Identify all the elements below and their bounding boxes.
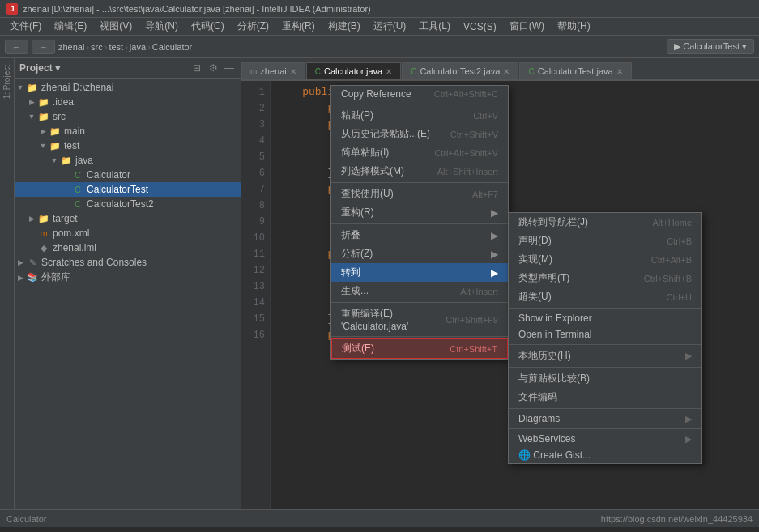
tab-close-icon[interactable]: ✕ xyxy=(386,67,392,76)
tab-icon: m xyxy=(250,67,257,76)
java-file-icon: C xyxy=(71,183,84,196)
menu-item[interactable]: 帮助(H) xyxy=(551,18,597,35)
menu-item[interactable]: 工具(L) xyxy=(412,18,457,35)
tree-row[interactable]: ▶ 📁 .idea xyxy=(15,95,241,109)
ctx-separator xyxy=(331,182,508,183)
back-button[interactable]: ← xyxy=(5,40,28,54)
menu-item[interactable]: 运行(U) xyxy=(367,18,413,35)
tab-close-icon[interactable]: ✕ xyxy=(616,67,623,76)
tree-item-label: zhenai.iml xyxy=(53,242,96,253)
ctx-label: 粘贴(P) xyxy=(341,109,373,122)
menu-item[interactable]: VCS(S) xyxy=(457,19,503,34)
sub-label: Open in Terminal xyxy=(518,329,592,340)
sub-show-explorer[interactable]: Show in Explorer xyxy=(509,310,701,326)
ctx-copy-reference[interactable]: Copy Reference Ctrl+Alt+Shift+C xyxy=(331,86,508,102)
sub-compare-clipboard[interactable]: 与剪贴板比较(B) xyxy=(509,369,701,388)
breadcrumb-item[interactable]: Calculator xyxy=(152,42,193,52)
menu-item[interactable]: 导航(N) xyxy=(139,18,185,35)
folder-icon: 📁 xyxy=(37,96,50,109)
tab-calculatortest[interactable]: C CalculatorTest.java ✕ xyxy=(519,62,631,79)
ctx-test[interactable]: 测试(E) Ctrl+Shift+T xyxy=(331,338,508,359)
tree-row[interactable]: ▶ 📁 target xyxy=(15,211,241,226)
title-text: zhenai [D:\zhenai] - ...\src\test\java\C… xyxy=(23,4,371,14)
sub-type-declaration[interactable]: 类型声明(T) Ctrl+Shift+B xyxy=(509,269,701,287)
project-tree: Project ▾ ⊟ ⚙ — ▼ 📁 zhenai D:\zhenai ▶ 📁… xyxy=(15,58,241,509)
close-icon[interactable]: — xyxy=(223,62,236,74)
menu-item[interactable]: 编辑(E) xyxy=(48,18,93,35)
context-menu: Copy Reference Ctrl+Alt+Shift+C 粘贴(P) Ct… xyxy=(330,85,509,360)
ctx-label: 从历史记录粘贴...(E) xyxy=(341,127,430,141)
menu-item[interactable]: 分析(Z) xyxy=(231,18,275,35)
ctx-goto[interactable]: 转到 ▶ xyxy=(331,263,508,282)
sub-label: 与剪贴板比较(B) xyxy=(518,372,590,385)
settings-icon[interactable]: ⚙ xyxy=(207,62,220,74)
ctx-label: 测试(E) xyxy=(342,342,374,355)
expand-icon: ▼ xyxy=(49,156,60,164)
title-bar: J zhenai [D:\zhenai] - ...\src\test\java… xyxy=(0,0,759,18)
ctx-generate[interactable]: 生成... Alt+Insert xyxy=(331,282,508,300)
menu-item[interactable]: 窗口(W) xyxy=(503,18,551,35)
ctx-paste-history[interactable]: 从历史记录粘贴...(E) Ctrl+Shift+V xyxy=(331,125,508,143)
tree-row[interactable]: C Calculator xyxy=(15,168,241,182)
tree-row[interactable]: ◆ zhenai.iml xyxy=(15,240,241,255)
sub-webservices[interactable]: WebServices ▶ xyxy=(509,431,701,447)
sub-jump-navbar[interactable]: 跳转到导航栏(J) Alt+Home xyxy=(509,213,701,232)
breadcrumb-item[interactable]: java xyxy=(130,42,146,52)
tab-icon: C xyxy=(411,67,416,76)
submenu: 跳转到导航栏(J) Alt+Home 声明(D) Ctrl+B 实现(M) Ct… xyxy=(508,212,702,464)
sub-local-history[interactable]: 本地历史(H) ▶ xyxy=(509,347,701,365)
tree-row[interactable]: ▼ 📁 test xyxy=(15,138,241,153)
tab-close-icon[interactable]: ✕ xyxy=(290,67,296,76)
breadcrumb-sep: › xyxy=(86,42,89,52)
scratch-icon: ✎ xyxy=(26,256,39,269)
tab-label: CalculatorTest2.java xyxy=(420,66,500,76)
ctx-paste[interactable]: 粘贴(P) Ctrl+V xyxy=(331,106,508,125)
sub-open-terminal[interactable]: Open in Terminal xyxy=(509,326,701,343)
tab-zhenai[interactable]: m zhenai ✕ xyxy=(241,62,305,79)
app-icon: J xyxy=(6,3,18,15)
sub-file-encoding[interactable]: 文件编码 xyxy=(509,388,701,406)
ctx-separator xyxy=(331,302,508,303)
tab-close-icon[interactable]: ✕ xyxy=(503,67,510,76)
breadcrumb-item[interactable]: src xyxy=(91,42,103,52)
sub-declaration[interactable]: 声明(D) Ctrl+B xyxy=(509,232,701,250)
ctx-simple-paste[interactable]: 简单粘贴(I) Ctrl+Alt+Shift+V xyxy=(331,143,508,162)
folder-icon: 📁 xyxy=(37,212,50,225)
tree-row[interactable]: ▶ 📚 外部库 xyxy=(15,270,241,285)
ctx-column-mode[interactable]: 列选择模式(M) Alt+Shift+Insert xyxy=(331,162,508,181)
forward-button[interactable]: → xyxy=(32,40,55,54)
calculator-test-button[interactable]: ▶ CalculatorTest ▾ xyxy=(667,39,754,54)
menu-item[interactable]: 视图(V) xyxy=(93,18,139,35)
ctx-fold[interactable]: 折叠 ▶ xyxy=(331,226,508,245)
ctx-shortcut: Alt+F7 xyxy=(472,189,498,199)
sub-create-gist[interactable]: 🌐 Create Gist... xyxy=(509,447,701,463)
line-number: 14 xyxy=(241,295,265,311)
tab-calculator[interactable]: C Calculator.java ✕ xyxy=(306,62,401,79)
collapse-all-icon[interactable]: ⊟ xyxy=(190,62,203,74)
breadcrumb-item[interactable]: zhenai xyxy=(58,42,84,52)
java-file-icon: C xyxy=(71,198,84,211)
tree-item-label: .idea xyxy=(53,96,74,108)
ctx-find-usages[interactable]: 查找使用(U) Alt+F7 xyxy=(331,185,508,203)
tree-row[interactable]: ▶ ✎ Scratches and Consoles xyxy=(15,255,241,270)
tree-row[interactable]: ▼ 📁 java xyxy=(15,153,241,168)
tree-row[interactable]: C CalculatorTest2 xyxy=(15,197,241,211)
menu-item[interactable]: 构建(B) xyxy=(322,18,367,35)
breadcrumb-item[interactable]: test xyxy=(109,42,123,52)
menu-item[interactable]: 重构(R) xyxy=(275,18,322,35)
ctx-refactor[interactable]: 重构(R) ▶ xyxy=(331,203,508,222)
ctx-recompile[interactable]: 重新编译(E) 'Calculator.java' Ctrl+Shift+F9 xyxy=(331,304,508,334)
tree-row[interactable]: ▶ 📁 main xyxy=(15,124,241,138)
sub-diagrams[interactable]: Diagrams ▶ xyxy=(509,411,701,427)
tree-row[interactable]: ▼ 📁 src xyxy=(15,109,241,124)
tree-row[interactable]: C CalculatorTest xyxy=(15,182,241,197)
sub-superclass[interactable]: 超类(U) Ctrl+U xyxy=(509,287,701,306)
tab-calculatortest2[interactable]: C CalculatorTest2.java ✕ xyxy=(402,62,518,79)
tree-row[interactable]: ▼ 📁 zhenai D:\zhenai xyxy=(15,80,241,95)
status-bar: Calculator https://blog.csdn.net/weixin_… xyxy=(0,509,759,527)
menu-item[interactable]: 文件(F) xyxy=(3,18,48,35)
ctx-analyze[interactable]: 分析(Z) ▶ xyxy=(331,245,508,263)
menu-item[interactable]: 代码(C) xyxy=(185,18,231,35)
sub-implementation[interactable]: 实现(M) Ctrl+Alt+B xyxy=(509,250,701,269)
tree-row[interactable]: m pom.xml xyxy=(15,226,241,240)
